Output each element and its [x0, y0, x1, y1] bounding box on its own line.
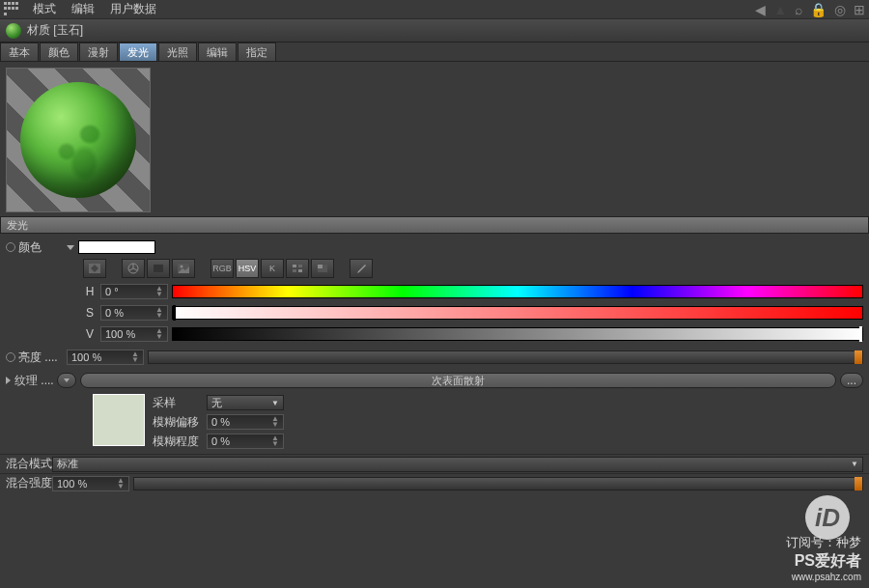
input-brightness[interactable]: 100 %▲▼	[67, 350, 144, 365]
label-sample: 采样	[153, 395, 201, 411]
color-swatch[interactable]	[78, 240, 155, 254]
tab-editor[interactable]: 编辑	[198, 42, 237, 61]
tab-luminance[interactable]: 发光	[119, 42, 157, 61]
tab-diffuse[interactable]: 漫射	[79, 42, 118, 61]
slider-brightness[interactable]	[148, 350, 863, 364]
picker-mixer-icon[interactable]	[311, 259, 334, 278]
row-hue: H 0 °▲▼	[83, 282, 863, 301]
row-value: V 100 %▲▼	[83, 324, 863, 344]
lock-icon[interactable]: 🔒	[810, 2, 827, 17]
svg-line-3	[133, 268, 137, 270]
svg-rect-5	[154, 265, 163, 272]
input-v[interactable]: 100 %▲▼	[100, 326, 168, 342]
app-menu-icon[interactable]	[4, 2, 19, 17]
anim-dot-brightness[interactable]	[6, 352, 15, 362]
label-blend-strength: 混合强度	[6, 475, 52, 491]
menu-bar: 模式 编辑 用户数据 ◀ ▲ ⌕ 🔒 ◎ ⊞	[0, 0, 869, 19]
svg-rect-11	[298, 269, 302, 272]
row-sample: 采样 无▼	[153, 394, 284, 411]
slider-hue[interactable]	[172, 285, 863, 298]
watermark-text: 订阅号：种梦 PS爱好者 www.psahz.com	[786, 534, 861, 582]
new-icon[interactable]: ⊞	[854, 2, 865, 17]
label-texture: 纹理 ....	[14, 373, 57, 389]
input-blend-strength[interactable]: 100 %▲▼	[52, 476, 129, 491]
slider-saturation[interactable]	[172, 306, 863, 320]
material-title: 材质 [玉石]	[27, 22, 83, 39]
svg-point-7	[181, 266, 183, 268]
input-s[interactable]: 0 %▲▼	[100, 305, 168, 321]
row-blend-mode: 混合模式 标准▼	[0, 454, 869, 473]
section-luminance-header: 发光	[0, 216, 869, 234]
row-texture: 纹理 .... 次表面散射 ...	[6, 371, 863, 390]
label-h: H	[83, 285, 97, 298]
picker-k-button[interactable]: K	[261, 259, 284, 278]
watermark-logo: iD	[805, 495, 850, 540]
menu-mode[interactable]: 模式	[25, 1, 64, 17]
nav-back-icon[interactable]: ◀	[755, 2, 766, 17]
texture-browse-button[interactable]: ...	[840, 373, 863, 388]
texture-menu-button[interactable]	[57, 373, 76, 388]
target-icon[interactable]: ◎	[834, 2, 846, 17]
svg-line-4	[129, 268, 133, 270]
row-blur-scale: 模糊程度 0 %▲▼	[153, 433, 284, 450]
input-blur-scale[interactable]: 0 %▲▼	[207, 434, 284, 449]
dropdown-blend-mode[interactable]: 标准▼	[52, 457, 863, 472]
row-saturation: S 0 %▲▼	[83, 303, 863, 322]
material-icon	[6, 23, 21, 39]
slider-blend-strength[interactable]	[133, 477, 863, 490]
row-blur-offset: 模糊偏移 0 %▲▼	[153, 413, 284, 431]
texture-sample-area: 采样 无▼ 模糊偏移 0 %▲▼ 模糊程度 0 %▲▼	[93, 394, 863, 450]
label-brightness: 亮度 ....	[18, 350, 67, 366]
picker-wheel-icon[interactable]	[122, 259, 145, 278]
expand-color-icon[interactable]	[67, 245, 74, 250]
svg-rect-9	[298, 265, 302, 267]
tab-basic[interactable]: 基本	[0, 42, 39, 61]
tab-bar: 基本 颜色 漫射 发光 光照 编辑 指定	[0, 42, 869, 62]
label-blur-scale: 模糊程度	[153, 434, 201, 450]
menu-userdata[interactable]: 用户数据	[102, 1, 164, 17]
row-blend-strength: 混合强度 100 %▲▼	[0, 473, 869, 492]
picker-rgb-button[interactable]: RGB	[210, 259, 234, 278]
picker-hsv-button[interactable]: HSV	[236, 259, 259, 278]
row-color: 颜色	[6, 238, 863, 257]
eyedropper-icon[interactable]	[350, 259, 373, 278]
preview-sphere-icon	[20, 82, 136, 198]
search-icon[interactable]: ⌕	[795, 2, 802, 17]
texture-preview-swatch[interactable]	[93, 394, 145, 446]
svg-rect-13	[318, 265, 322, 268]
texture-name-field[interactable]: 次表面散射	[80, 373, 836, 388]
svg-rect-8	[293, 265, 296, 267]
toolbar-right: ◀ ▲ ⌕ 🔒 ◎ ⊞	[755, 2, 865, 17]
row-brightness: 亮度 .... 100 %▲▼	[6, 348, 863, 367]
preview-area	[0, 62, 869, 216]
slider-value[interactable]	[172, 327, 863, 341]
tab-assign[interactable]: 指定	[238, 42, 276, 61]
properties-panel: 颜色 RGB HSV K H 0 °▲▼ S 0 %▲▼ V 100 %▲▼	[0, 234, 869, 454]
menu-edit[interactable]: 编辑	[64, 1, 102, 17]
material-preview[interactable]	[6, 68, 151, 212]
material-title-bar: 材质 [玉石]	[0, 19, 869, 42]
label-blend-mode: 混合模式	[6, 456, 52, 472]
label-v: V	[83, 327, 97, 341]
expand-texture-icon[interactable]	[6, 377, 11, 384]
nav-up-icon[interactable]: ▲	[773, 2, 787, 17]
color-picker-toolbar: RGB HSV K	[83, 257, 863, 280]
label-color: 颜色	[18, 239, 67, 256]
input-blur-offset[interactable]: 0 %▲▼	[207, 414, 284, 430]
picker-box-icon[interactable]	[147, 259, 170, 278]
label-blur-offset: 模糊偏移	[153, 414, 201, 431]
picker-spectrum-icon[interactable]	[83, 259, 106, 278]
svg-rect-10	[293, 269, 296, 272]
label-s: S	[83, 306, 97, 320]
input-h[interactable]: 0 °▲▼	[100, 284, 168, 299]
dropdown-sample[interactable]: 无▼	[207, 395, 284, 410]
picker-image-icon[interactable]	[172, 259, 195, 278]
anim-dot-color[interactable]	[6, 242, 15, 252]
tab-illumination[interactable]: 光照	[158, 42, 197, 61]
tab-color[interactable]: 颜色	[40, 42, 78, 61]
picker-swatches-icon[interactable]	[286, 259, 309, 278]
